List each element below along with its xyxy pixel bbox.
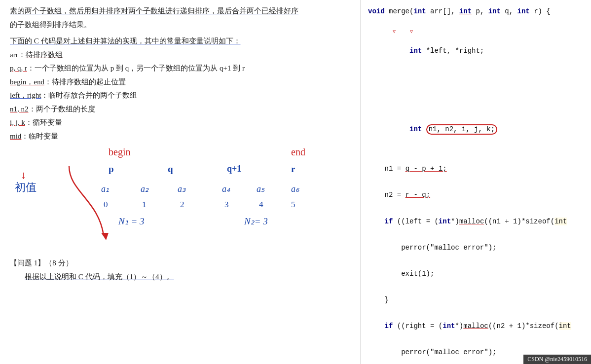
code-line-7: perror("malloc error"); bbox=[368, 241, 584, 255]
code-line-blank7 bbox=[368, 254, 584, 267]
mid-label: mid：临时变量 bbox=[10, 130, 350, 143]
question-body: 根据以上说明和 C 代码，填充（1）～（4）。 bbox=[10, 271, 350, 284]
q-label: q bbox=[168, 164, 173, 175]
code-line-4: n1 = q - p + 1; bbox=[368, 162, 584, 176]
idx0: 0 bbox=[104, 200, 108, 210]
code-line-blank9 bbox=[368, 307, 584, 320]
code-line-10: if ((right = (int*)malloc((n2 + 1)*sizeo… bbox=[368, 320, 584, 333]
left-panel: 素的两个子数组，然后用归并排序对两个子数组进行递归排序，最后合并两个已经排好序 … bbox=[0, 0, 360, 364]
line1: 素的两个子数组，然后用归并排序对两个子数组进行递归排序，最后合并两个已经排好序 bbox=[10, 5, 350, 18]
n2-eq: N₂= 3 bbox=[244, 216, 268, 227]
line2: 的子数组得到排序结果。 bbox=[10, 19, 350, 32]
a5: a₅ bbox=[257, 183, 264, 194]
code-line-5: n2 = r - q; bbox=[368, 188, 584, 202]
code-line-9: } bbox=[368, 293, 584, 307]
code-line-blank5 bbox=[368, 202, 584, 215]
sum-label: 初值 bbox=[15, 180, 37, 195]
line3: 下面的 C 代码是对上述归并算法的实现，其中的常量和变量说明如下： bbox=[10, 35, 350, 48]
question-label: 【问题 1】（8 分） bbox=[10, 257, 350, 270]
down-arrow: ↓ bbox=[21, 169, 26, 182]
code-line-6: if ((left = (int*)malloc((n1 + 1)*sizeof… bbox=[368, 215, 584, 228]
a3: a₃ bbox=[178, 183, 185, 194]
a6: a₆ bbox=[291, 183, 299, 194]
ijk-label: i, j, k：循环变量 bbox=[10, 116, 350, 129]
code-block: void merge(int arr[], int p, int q, int … bbox=[368, 5, 584, 364]
code-line-blank8 bbox=[368, 280, 584, 293]
arr-label: arr：待排序数组 bbox=[10, 49, 350, 62]
a4: a₄ bbox=[222, 183, 230, 194]
end-handwrite: end bbox=[291, 146, 305, 158]
code-line-blank10 bbox=[368, 333, 584, 346]
left-right-label: left，right：临时存放合并的两个子数组 bbox=[10, 89, 350, 102]
begin-end-label: begin，end：待排序数组的起止位置 bbox=[10, 76, 350, 89]
idx3: 3 bbox=[224, 200, 229, 210]
code-line-blank2 bbox=[368, 97, 584, 110]
a1: a₁ bbox=[101, 183, 109, 194]
r-label: r bbox=[291, 164, 295, 175]
n1-eq: N₁ = 3 bbox=[118, 216, 145, 227]
pqr-label: p, q, r：一个子数组的位置为从 p 到 q，另一个子数组的位置为从 q+1… bbox=[10, 62, 350, 75]
code-line-8: exit(1); bbox=[368, 267, 584, 281]
code-line-2: int *left, *right; ▽ ▽ bbox=[368, 31, 584, 97]
n1n2-label: n1, n2：两个子数组的长度 bbox=[10, 103, 350, 116]
idx4: 4 bbox=[259, 200, 263, 210]
svg-marker-0 bbox=[101, 233, 109, 240]
code-line-blank3 bbox=[368, 149, 584, 163]
watermark: CSDN @nie2459010516 bbox=[523, 355, 591, 364]
idx2: 2 bbox=[180, 200, 185, 210]
code-line-1: void merge(int arr[], int p, int q, int … bbox=[368, 5, 584, 18]
begin-handwrite: begin bbox=[109, 146, 130, 158]
code-line-blank1 bbox=[368, 18, 584, 32]
idx1: 1 bbox=[142, 200, 147, 210]
code-line-blank6 bbox=[368, 228, 584, 241]
code-line-blank4 bbox=[368, 176, 584, 189]
a2: a₂ bbox=[141, 183, 148, 194]
p-label: p bbox=[109, 164, 114, 175]
code-line-3: int n1, n2, i, j, k; bbox=[368, 110, 584, 149]
q1-label: q+1 bbox=[227, 164, 241, 174]
idx5: 5 bbox=[291, 200, 296, 210]
right-panel: void merge(int arr[], int p, int q, int … bbox=[360, 0, 591, 364]
